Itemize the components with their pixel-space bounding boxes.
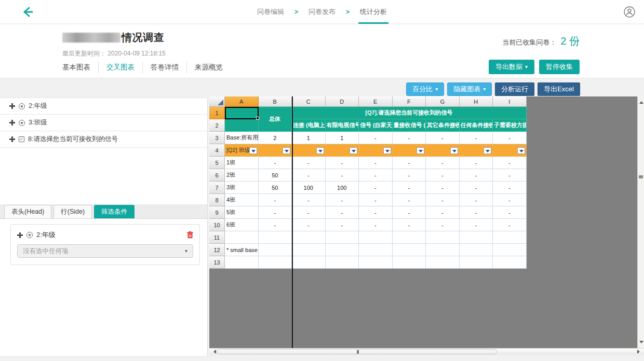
scroll-up-icon[interactable] xyxy=(639,99,643,104)
column-header-B[interactable]: B xyxy=(259,96,292,107)
cell-H8[interactable]: - xyxy=(460,194,493,206)
cell-H3[interactable]: - xyxy=(460,132,493,144)
row-header-6[interactable]: 6 xyxy=(209,169,225,182)
filter-value-select[interactable]: 没有选中任何项 ▾ xyxy=(17,244,193,258)
cell-I7[interactable]: - xyxy=(493,182,527,194)
cell-I4-filter[interactable] xyxy=(493,144,527,157)
cell-D10[interactable]: - xyxy=(326,219,359,231)
cell-A13[interactable] xyxy=(225,256,259,269)
cell-C4-filter[interactable] xyxy=(292,144,326,157)
cell-I11[interactable] xyxy=(493,231,527,244)
cell-E13[interactable] xyxy=(359,256,393,269)
cell-I3[interactable]: - xyxy=(493,132,527,144)
cell-B4-filter[interactable] xyxy=(259,144,292,157)
breadcrumb-survey-edit[interactable]: 问卷编辑 xyxy=(257,0,284,24)
scroll-left-icon[interactable] xyxy=(211,350,216,354)
cell-A3[interactable]: Base:所有用户 xyxy=(225,132,259,144)
cell-q7-header[interactable]: [Q7].请选择您当前可接收到的信号 xyxy=(292,107,527,119)
cell-B5[interactable]: - xyxy=(259,157,292,169)
filter-dropdown-button[interactable] xyxy=(249,147,257,154)
column-header-G[interactable]: G xyxy=(426,96,460,107)
row-header-5[interactable]: 5 xyxy=(209,157,225,169)
cell-B12[interactable] xyxy=(259,244,292,256)
cell-H11[interactable] xyxy=(460,231,493,244)
tab-source-overview[interactable]: 来源概览 xyxy=(187,62,231,73)
cell-G13[interactable] xyxy=(426,256,460,269)
cell-E8[interactable]: - xyxy=(359,194,393,206)
cell-C7[interactable]: 100 xyxy=(292,182,326,194)
cell-B6[interactable]: 50 xyxy=(259,169,292,182)
row-header-13[interactable]: 13 xyxy=(209,256,225,269)
cell-E3[interactable]: - xyxy=(359,132,393,144)
vertical-scroll-thumb[interactable] xyxy=(639,175,643,178)
cell-I10[interactable]: - xyxy=(493,219,527,231)
row-header-10[interactable]: 10 xyxy=(209,219,225,231)
cell-D4-filter[interactable] xyxy=(326,144,359,157)
cell-C11[interactable] xyxy=(292,231,326,244)
cell-F11[interactable] xyxy=(393,231,426,244)
column-header-H[interactable]: H xyxy=(460,96,493,107)
cell-subheader-H[interactable]: 任何条件接收 xyxy=(460,119,493,132)
pause-collect-button[interactable]: 暂停收集 xyxy=(539,60,580,74)
vertical-scrollbar[interactable] xyxy=(637,96,644,348)
cell-H9[interactable]: - xyxy=(460,206,493,219)
export-excel-button[interactable]: 导出Excel xyxy=(538,82,580,96)
tab-basic-charts[interactable]: 基本图表 xyxy=(62,62,99,73)
cell-B8[interactable]: - xyxy=(259,194,292,206)
filter-dropdown-button[interactable] xyxy=(450,147,458,154)
breadcrumb-statistics[interactable]: 统计分析 xyxy=(360,0,387,24)
cell-C12[interactable] xyxy=(292,244,326,256)
cell-C6[interactable]: - xyxy=(292,169,326,182)
cell-G12[interactable] xyxy=(426,244,460,256)
cell-D8[interactable]: - xyxy=(326,194,359,206)
cell-D12[interactable] xyxy=(326,244,359,256)
column-header-E[interactable]: E xyxy=(359,96,393,107)
field-item-grade[interactable]: 2:年级 xyxy=(0,98,207,115)
row-header-9[interactable]: 9 xyxy=(209,206,225,219)
cell-G9[interactable]: - xyxy=(426,206,460,219)
cell-H7[interactable]: - xyxy=(460,182,493,194)
cell-D7[interactable]: 100 xyxy=(326,182,359,194)
cell-H6[interactable]: - xyxy=(460,169,493,182)
cell-C8[interactable]: - xyxy=(292,194,326,206)
cell-B11[interactable] xyxy=(259,231,292,244)
row-header-12[interactable]: 12 xyxy=(209,244,225,256)
cell-G8[interactable]: - xyxy=(426,194,460,206)
cell-G5[interactable]: - xyxy=(426,157,460,169)
cell-subheader-E[interactable]: 信号 (自家天 xyxy=(359,119,393,132)
filter-dropdown-button[interactable] xyxy=(517,147,525,154)
cell-G4-filter[interactable] xyxy=(426,144,460,157)
row-header-1[interactable]: 1 xyxy=(209,107,225,119)
cell-C13[interactable] xyxy=(292,256,326,269)
cell-subheader-G[interactable]: 其它条件接收信 xyxy=(426,119,460,132)
cell-H4-filter[interactable] xyxy=(460,144,493,157)
cell-F8[interactable]: - xyxy=(393,194,426,206)
cell-G11[interactable] xyxy=(426,231,460,244)
cell-A5[interactable]: 1班 xyxy=(225,157,259,169)
cell-B9[interactable]: - xyxy=(259,206,292,219)
cell-B3[interactable]: 2 xyxy=(259,132,292,144)
cell-A4-filter[interactable]: [Q2] 班级 xyxy=(225,144,259,157)
cell-F12[interactable] xyxy=(393,244,426,256)
tab-cross-charts[interactable]: 交叉图表 xyxy=(99,62,143,73)
cell-F5[interactable]: - xyxy=(393,157,426,169)
field-item-class[interactable]: 3:班级 xyxy=(0,115,207,131)
percent-dropdown-button[interactable]: 百分比 ▾ xyxy=(406,82,444,96)
scroll-right-icon[interactable] xyxy=(637,350,642,354)
cell-F7[interactable]: - xyxy=(393,182,426,194)
cell-subheader-C[interactable]: 连接 (电脑上 xyxy=(292,119,326,132)
row-header-3[interactable]: 3 xyxy=(209,132,225,144)
scroll-down-icon[interactable] xyxy=(639,341,643,345)
export-data-button[interactable]: 导出数据 ▾ xyxy=(489,60,534,74)
freeze-pane-divider[interactable] xyxy=(292,96,293,348)
move-handle-icon[interactable] xyxy=(9,136,15,142)
filter-dropdown-button[interactable] xyxy=(316,147,324,154)
column-header-D[interactable]: D xyxy=(326,96,359,107)
cell-E11[interactable] xyxy=(359,231,393,244)
cell-H12[interactable] xyxy=(460,244,493,256)
cell-F13[interactable] xyxy=(393,256,426,269)
cell-A6[interactable]: 2班 xyxy=(225,169,259,182)
cell-I9[interactable]: - xyxy=(493,206,527,219)
row-header-7[interactable]: 7 xyxy=(209,182,225,194)
cell-G3[interactable]: - xyxy=(426,132,460,144)
